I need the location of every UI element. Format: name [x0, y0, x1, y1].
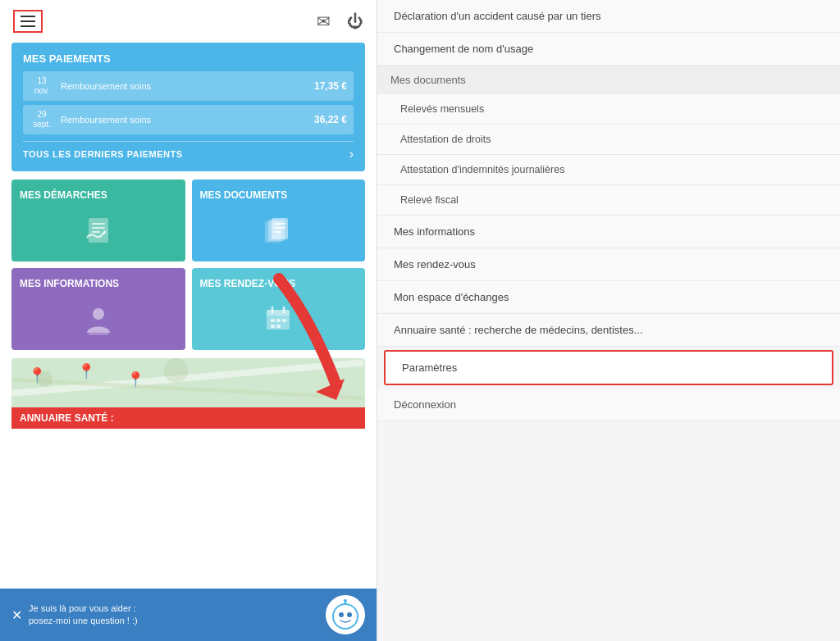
payments-title: MES PAIEMENTS — [23, 52, 354, 65]
sidebar-subitem-5[interactable]: Attestation d'indemnités journalières — [377, 155, 840, 185]
svg-rect-18 — [282, 319, 286, 322]
sidebar-panel: Déclaration d'un accident causé par un t… — [377, 0, 840, 641]
chat-message: Je suis là pour vous aider : posez-moi u… — [29, 602, 319, 628]
payment-row-2: 29 sept. Remboursement soins 36,22 € — [23, 105, 354, 134]
payment-date-2: 29 sept. — [30, 110, 54, 130]
svg-rect-16 — [271, 319, 275, 322]
map-section: 📍 📍 📍 — [11, 358, 365, 407]
sidebar-item-10[interactable]: Annuaire santé : recherche de médecins, … — [377, 314, 840, 347]
tile-informations[interactable]: MES INFORMATIONS — [11, 268, 185, 350]
svg-rect-0 — [89, 218, 108, 243]
payment-date-1: 13 nov. — [30, 76, 54, 96]
power-icon[interactable]: ⏻ — [347, 12, 363, 31]
svg-point-31 — [344, 599, 347, 602]
sidebar-subitem-4[interactable]: Attestation de droits — [377, 125, 840, 155]
sidebar-menu: Déclaration d'un accident causé par un t… — [377, 0, 840, 421]
hamburger-button[interactable] — [13, 10, 43, 33]
all-payments-text: TOUS LES DERNIERS PAIEMENTS — [23, 149, 183, 159]
svg-point-28 — [339, 612, 344, 617]
payment-label-1: Remboursement soins — [61, 81, 314, 91]
payment-amount-2: 36,22 € — [314, 114, 347, 125]
sidebar-subitem-3[interactable]: Relevés mensuels — [377, 94, 840, 125]
map-background: 📍 📍 📍 — [11, 358, 365, 407]
svg-rect-3 — [92, 231, 100, 233]
annuaire-label: ANNUAIRE SANTÉ : — [20, 412, 114, 424]
svg-point-10 — [93, 308, 104, 320]
bot-avatar — [326, 595, 365, 634]
payments-section: MES PAIEMENTS 13 nov. Remboursement soin… — [11, 43, 365, 171]
tile-informations-title: MES INFORMATIONS — [20, 278, 177, 291]
payment-label-2: Remboursement soins — [61, 115, 314, 125]
all-payments-link[interactable]: TOUS LES DERNIERS PAIEMENTS › — [23, 141, 354, 161]
payment-row-1: 13 nov. Remboursement soins 17,35 € — [23, 71, 354, 101]
svg-rect-8 — [274, 227, 285, 229]
svg-point-29 — [347, 612, 352, 617]
tile-demarches[interactable]: MES DÉMARCHES — [11, 180, 185, 261]
hamburger-line-2 — [21, 20, 35, 22]
svg-point-27 — [334, 605, 357, 628]
header-icons: ✉ ⏻ — [317, 11, 363, 31]
svg-rect-7 — [274, 223, 285, 225]
chevron-right-icon: › — [349, 147, 354, 161]
chat-close-button[interactable]: ✕ — [11, 607, 22, 623]
tile-demarches-title: MES DÉMARCHES — [20, 189, 177, 202]
chat-bar: ✕ Je suis là pour vous aider : posez-moi… — [0, 589, 377, 641]
svg-rect-19 — [271, 325, 275, 328]
sidebar-item-parametres[interactable]: Paramètres — [384, 350, 833, 385]
svg-rect-2 — [92, 227, 105, 229]
svg-rect-9 — [274, 231, 281, 233]
svg-rect-1 — [92, 223, 105, 225]
message-icon[interactable]: ✉ — [317, 11, 331, 31]
documents-icon — [262, 215, 294, 252]
tiles-grid: MES DÉMARCHES MES DOCUMENTS — [11, 180, 365, 350]
tile-documents[interactable]: MES DOCUMENTS — [192, 180, 366, 261]
map-pin-3: 📍 — [126, 371, 144, 389]
svg-rect-20 — [276, 325, 281, 328]
app-header: ✉ ⏻ — [0, 0, 377, 43]
informations-icon — [82, 303, 115, 340]
hamburger-line-1 — [21, 16, 35, 17]
svg-rect-17 — [276, 319, 281, 322]
demarches-icon — [82, 215, 115, 252]
map-pin-2: 📍 — [77, 362, 95, 380]
rendezvous-icon — [262, 303, 294, 340]
sidebar-item-deconnexion[interactable]: Déconnexion — [377, 389, 840, 421]
tile-rendezvous-title: MES RENDEZ-VOUS — [200, 278, 358, 291]
svg-rect-13 — [267, 310, 290, 316]
svg-point-25 — [163, 358, 188, 383]
sidebar-category-2: Mes documents — [377, 66, 840, 94]
phone-mockup: ✉ ⏻ MES PAIEMENTS 13 nov. Remboursement … — [0, 0, 377, 641]
sidebar-item-8[interactable]: Mes rendez-vous — [377, 248, 840, 281]
sidebar-subitem-6[interactable]: Relevé fiscal — [377, 185, 840, 216]
tile-rendezvous[interactable]: MES RENDEZ-VOUS — [192, 268, 366, 350]
hamburger-line-3 — [21, 25, 35, 27]
map-pin-1: 📍 — [28, 366, 46, 384]
annuaire-bar[interactable]: ANNUAIRE SANTÉ : — [11, 407, 365, 429]
sidebar-item-7[interactable]: Mes informations — [377, 216, 840, 248]
sidebar-item-1[interactable]: Changement de nom d'usage — [377, 33, 840, 66]
payment-amount-1: 17,35 € — [314, 80, 347, 92]
tile-documents-title: MES DOCUMENTS — [200, 189, 358, 202]
sidebar-item-0[interactable]: Déclaration d'un accident causé par un t… — [377, 0, 840, 33]
sidebar-item-9[interactable]: Mon espace d'échanges — [377, 281, 840, 314]
